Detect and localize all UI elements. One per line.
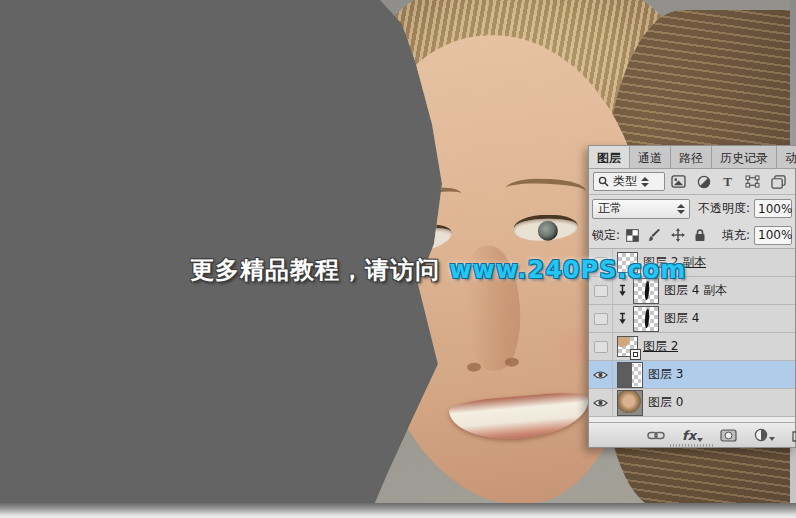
lock-transparent-icon[interactable] bbox=[626, 229, 639, 242]
clip-arrow-icon bbox=[617, 312, 627, 325]
filter-adjustment-icon bbox=[697, 175, 711, 189]
fill-input[interactable]: 100% bbox=[754, 226, 792, 245]
filter-type-buttons: T bbox=[666, 175, 791, 189]
filter-shape-icon bbox=[745, 175, 760, 188]
opacity-input[interactable]: 100% bbox=[754, 199, 792, 218]
layer-row-main: 图层 2 bbox=[613, 333, 795, 360]
panel-tab-bar: 图层通道路径历史记录动作 bbox=[589, 146, 795, 169]
caret-down-icon bbox=[769, 437, 775, 441]
layer-row[interactable]: 图层 0 bbox=[589, 389, 795, 417]
eyebrow bbox=[381, 183, 463, 217]
lock-move-icon bbox=[671, 228, 685, 242]
visibility-toggle[interactable] bbox=[589, 305, 613, 332]
add-mask-icon[interactable] bbox=[720, 429, 737, 442]
blend-mode-value: 正常 bbox=[598, 200, 622, 217]
layer-row[interactable]: 图层 3 bbox=[589, 361, 795, 389]
filter-smartobject-icon[interactable] bbox=[771, 175, 786, 189]
filter-pixel-icon bbox=[671, 175, 686, 188]
layer-row-main: 图层 0 bbox=[613, 389, 795, 416]
layer-row[interactable]: 图层 4 bbox=[589, 305, 795, 333]
lock-all-icon[interactable] bbox=[694, 228, 706, 242]
lock-buttons bbox=[626, 228, 718, 242]
lock-paint-icon bbox=[648, 229, 662, 242]
layer-name[interactable]: 图层 2 bbox=[643, 338, 678, 355]
link-icon[interactable] bbox=[647, 430, 665, 441]
layer-name[interactable]: 图层 4 bbox=[664, 310, 699, 327]
layer-row-main: 图层 4 bbox=[613, 305, 795, 332]
photoshop-workspace: 更多精品教程，请访问 www.240PS.com 图层通道路径历史记录动作 类型… bbox=[0, 0, 796, 518]
svg-text:T: T bbox=[724, 175, 733, 188]
layer-thumbnail[interactable] bbox=[617, 336, 638, 357]
lock-transparent-icon bbox=[626, 229, 639, 242]
smile bbox=[448, 390, 591, 444]
opacity-value: 100% bbox=[758, 202, 792, 216]
filter-adjustment-icon[interactable] bbox=[697, 175, 711, 189]
tutorial-watermark: 更多精品教程，请访问 www.240PS.com bbox=[190, 254, 686, 286]
blend-mode-select[interactable]: 正常 bbox=[592, 199, 690, 219]
panel-tab-图层[interactable]: 图层 bbox=[589, 146, 630, 168]
filter-shape-icon[interactable] bbox=[745, 175, 760, 188]
visibility-toggle[interactable] bbox=[589, 333, 613, 360]
eyebrow bbox=[505, 177, 586, 202]
filter-type-icon[interactable]: T bbox=[721, 175, 734, 188]
filter-pixel-icon[interactable] bbox=[671, 175, 686, 188]
lock-all-icon bbox=[694, 228, 706, 242]
eye-icon bbox=[593, 370, 608, 380]
panel-tab-动作[interactable]: 动作 bbox=[777, 146, 796, 168]
gray-fill bbox=[618, 363, 632, 387]
lock-paint-icon[interactable] bbox=[648, 229, 662, 242]
panel-tab-通道[interactable]: 通道 bbox=[630, 146, 671, 168]
chevron-updown-icon bbox=[641, 177, 648, 187]
caret-down-icon bbox=[697, 438, 703, 442]
watermark-url: www.240PS.com bbox=[449, 256, 686, 284]
layer-name[interactable]: 图层 3 bbox=[648, 366, 683, 383]
document-bottom-edge bbox=[0, 503, 796, 518]
filter-kind-select[interactable]: 类型 bbox=[593, 172, 665, 191]
layer-row-main: 图层 3 bbox=[613, 361, 795, 388]
new-group-icon[interactable] bbox=[792, 429, 796, 442]
visibility-empty-well bbox=[594, 313, 608, 325]
adjustment-layer-icon bbox=[754, 428, 768, 442]
layers-panel: 图层通道路径历史记录动作 类型 T 正常 不透明度: 100% 锁定: bbox=[588, 145, 796, 448]
visibility-empty-well bbox=[594, 285, 608, 297]
visibility-toggle[interactable] bbox=[589, 389, 613, 416]
chevron-updown-icon bbox=[677, 204, 684, 214]
panel-tab-路径[interactable]: 路径 bbox=[671, 146, 712, 168]
lock-label: 锁定: bbox=[592, 227, 620, 244]
fx-icon: fx bbox=[682, 428, 696, 443]
link-icon bbox=[647, 430, 665, 441]
search-icon bbox=[598, 176, 609, 187]
filter-type-icon: T bbox=[721, 175, 734, 188]
layer-filter-row: 类型 T bbox=[589, 169, 795, 195]
photo-thumbnail bbox=[618, 391, 642, 415]
layer-thumbnail[interactable] bbox=[617, 362, 643, 388]
eye bbox=[514, 215, 578, 241]
lock-row: 锁定: 填充: 100% bbox=[589, 222, 795, 249]
layer-name[interactable]: 图层 0 bbox=[648, 394, 683, 411]
smart-object-badge-icon bbox=[630, 349, 641, 360]
adjustment-layer-icon[interactable] bbox=[754, 428, 775, 442]
clipping-mask-icon bbox=[617, 312, 628, 325]
eye bbox=[387, 221, 454, 255]
new-group-icon bbox=[792, 429, 796, 442]
layer-thumbnail[interactable] bbox=[617, 390, 643, 416]
visibility-toggle[interactable] bbox=[589, 361, 613, 388]
watermark-text: 更多精品教程，请访问 bbox=[190, 256, 449, 284]
fill-value: 100% bbox=[758, 228, 792, 242]
lock-move-icon[interactable] bbox=[671, 228, 685, 242]
layer-row[interactable]: 图层 2 bbox=[589, 333, 795, 361]
add-mask-icon bbox=[720, 429, 737, 442]
visibility-empty-well bbox=[594, 341, 608, 353]
opacity-label: 不透明度: bbox=[698, 200, 750, 217]
filter-kind-label: 类型 bbox=[613, 173, 637, 190]
fill-label: 填充: bbox=[722, 227, 750, 244]
eye-icon bbox=[593, 398, 608, 408]
fx-icon[interactable]: fx bbox=[682, 428, 703, 443]
filter-smartobject-icon bbox=[771, 175, 786, 189]
brush-stroke bbox=[644, 308, 649, 327]
layer-thumbnail[interactable] bbox=[633, 306, 659, 332]
panel-tab-历史记录[interactable]: 历史记录 bbox=[712, 146, 777, 168]
blend-mode-row: 正常 不透明度: 100% bbox=[589, 195, 795, 222]
panel-resize-gripper[interactable] bbox=[670, 444, 714, 448]
